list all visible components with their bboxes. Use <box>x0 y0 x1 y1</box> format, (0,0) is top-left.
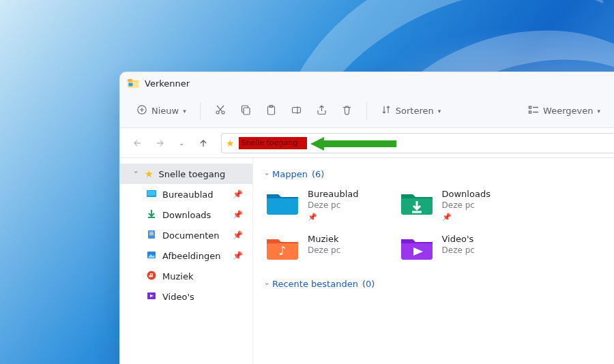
navigation-pane[interactable]: › ★ Snelle toegang Bureaublad 📌 Download… <box>120 158 253 364</box>
svg-rect-3 <box>129 83 133 87</box>
file-explorer-window: Verkenner Nieuw ▾ <box>119 72 614 364</box>
copy-button[interactable] <box>235 100 257 123</box>
scissors-icon <box>214 104 226 118</box>
folder-name: Downloads <box>442 189 491 199</box>
svg-rect-19 <box>149 234 154 235</box>
cut-button[interactable] <box>209 100 232 123</box>
title-bar[interactable]: Verkenner <box>120 72 614 94</box>
folder-item-desktop[interactable]: Bureaublad Deze pc 📌 <box>265 189 359 222</box>
folder-name: Muziek <box>308 234 340 244</box>
clipboard-icon <box>265 104 277 118</box>
chevron-down-icon: › <box>263 283 271 286</box>
chevron-down-icon: › <box>263 173 271 176</box>
svg-rect-17 <box>149 232 154 232</box>
group-count: (0) <box>362 279 375 289</box>
downloads-icon <box>146 209 157 222</box>
pin-icon: 📌 <box>308 213 359 222</box>
sidebar-item-label: Snelle toegang <box>159 169 226 179</box>
new-button[interactable]: Nieuw ▾ <box>131 100 192 123</box>
more-button[interactable] <box>609 100 613 123</box>
copy-icon <box>240 104 252 118</box>
chevron-down-icon: ▾ <box>597 108 600 115</box>
recent-locations-button[interactable]: ⌄ <box>172 134 191 153</box>
folder-item-videos[interactable]: Video's Deze pc <box>400 234 491 261</box>
svg-rect-1 <box>128 79 132 82</box>
videos-icon <box>146 290 157 303</box>
group-label: Mappen <box>272 169 308 179</box>
svg-point-6 <box>222 111 224 114</box>
folder-icon-videos <box>400 234 434 261</box>
svg-rect-7 <box>244 108 250 115</box>
folder-icon-downloads <box>400 189 434 216</box>
svg-rect-10 <box>292 107 300 112</box>
pictures-icon <box>146 249 157 262</box>
navigation-bar: ⌄ ★ Snelle toegang <box>120 128 614 158</box>
pin-icon: 📌 <box>442 213 491 222</box>
group-count: (6) <box>312 169 324 179</box>
folder-item-downloads[interactable]: Downloads Deze pc 📌 <box>400 189 491 222</box>
svg-marker-13 <box>310 137 396 151</box>
chevron-down-icon: ▾ <box>183 108 186 115</box>
sidebar-item-label: Bureaublad <box>162 189 214 200</box>
sidebar-item-label: Video's <box>162 292 194 302</box>
folder-name: Video's <box>442 234 475 244</box>
sidebar-item-quick-access[interactable]: › ★ Snelle toegang <box>120 164 252 184</box>
toolbar-separator <box>200 102 201 120</box>
group-label: Recente bestanden <box>272 279 358 289</box>
documents-icon <box>146 229 157 242</box>
sort-button-label: Sorteren <box>396 106 434 116</box>
pin-icon: 📌 <box>233 210 243 219</box>
group-header-folders[interactable]: › Mappen (6) <box>265 169 611 179</box>
sort-button[interactable]: Sorteren ▾ <box>375 100 446 123</box>
back-button[interactable] <box>128 134 147 153</box>
sidebar-item-downloads[interactable]: Downloads 📌 <box>120 204 252 225</box>
folders-grid: Bureaublad Deze pc 📌 ♪ <box>265 189 611 273</box>
star-icon: ★ <box>226 138 235 149</box>
svg-text:♪: ♪ <box>278 243 287 258</box>
up-button[interactable] <box>194 134 213 153</box>
view-button[interactable]: Weergeven ▾ <box>523 100 606 123</box>
share-button[interactable] <box>310 100 333 123</box>
folder-icon-music: ♪ <box>265 234 299 261</box>
sidebar-item-pictures[interactable]: Afbeeldingen 📌 <box>120 245 252 266</box>
music-icon <box>146 270 157 283</box>
explorer-body: › ★ Snelle toegang Bureaublad 📌 Download… <box>120 158 614 364</box>
sidebar-item-label: Afbeeldingen <box>162 251 220 261</box>
address-bar[interactable]: ★ Snelle toegang <box>221 133 614 153</box>
folder-subtitle: Deze pc <box>442 200 491 210</box>
folder-subtitle: Deze pc <box>308 245 340 255</box>
pin-icon: 📌 <box>233 251 243 260</box>
star-icon: ★ <box>145 168 154 179</box>
view-icon <box>528 104 539 117</box>
sort-icon <box>381 104 392 117</box>
paste-button[interactable] <box>260 100 282 123</box>
sidebar-item-music[interactable]: Muziek <box>120 266 252 286</box>
trash-icon <box>341 104 353 118</box>
toolbar: Nieuw ▾ <box>120 94 614 128</box>
annotation-arrow-icon <box>310 136 399 151</box>
group-header-recent[interactable]: › Recente bestanden (0) <box>265 279 611 289</box>
svg-rect-11 <box>529 106 531 108</box>
content-pane[interactable]: › Mappen (6) Bureaubl <box>253 158 614 364</box>
address-path-redacted: Snelle toegang <box>239 137 307 149</box>
desktop-icon <box>146 188 157 201</box>
sidebar-item-label: Documenten <box>162 230 220 241</box>
sidebar-item-videos[interactable]: Video's <box>120 286 252 307</box>
file-explorer-icon <box>127 77 139 89</box>
toolbar-separator <box>366 102 367 120</box>
view-button-label: Weergeven <box>543 106 593 116</box>
chevron-down-icon: › <box>132 170 140 177</box>
folder-subtitle: Deze pc <box>442 245 475 255</box>
new-button-label: Nieuw <box>151 106 179 116</box>
folder-item-music[interactable]: ♪ Muziek Deze pc <box>265 234 359 261</box>
forward-button[interactable] <box>150 134 169 153</box>
share-icon <box>316 104 327 118</box>
pin-icon: 📌 <box>233 230 243 240</box>
folder-name: Bureaublad <box>308 189 359 199</box>
sidebar-item-desktop[interactable]: Bureaublad 📌 <box>120 184 252 204</box>
rename-button[interactable] <box>285 100 308 123</box>
folder-icon-desktop <box>265 189 299 216</box>
folder-subtitle: Deze pc <box>308 200 359 210</box>
delete-button[interactable] <box>336 100 358 123</box>
sidebar-item-documents[interactable]: Documenten 📌 <box>120 225 252 245</box>
